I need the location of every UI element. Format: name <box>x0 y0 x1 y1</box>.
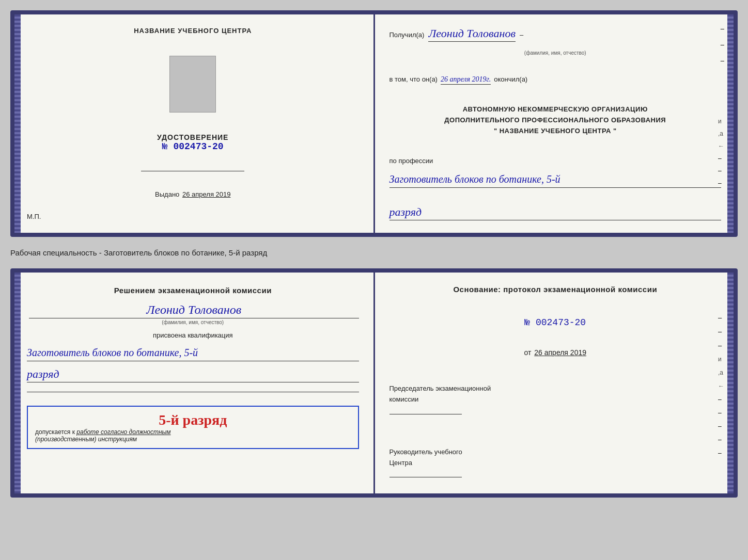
predsedatel-label: Председатель экзаменационной <box>389 383 722 394</box>
bdash-2: – <box>718 328 724 335</box>
bchar-a: ,а <box>718 369 724 376</box>
rukovoditel-signature-line <box>389 468 462 477</box>
right-dashes: – – – <box>721 25 724 65</box>
mp-text: М.П. <box>27 213 41 220</box>
dopuskaetsya-line: допускается к работе согласно должностны… <box>35 428 351 436</box>
recipient-name-top: Леонид Толованов <box>428 27 516 42</box>
instruktsiyam-label: (производственным) инструкциям <box>35 436 351 443</box>
rukovoditel-label: Руководитель учебного <box>389 447 722 458</box>
bdash-5: – <box>718 409 724 417</box>
autocert-block: АВТОНОМНУЮ НЕКОММЕРЧЕСКУЮ ОРГАНИЗАЦИЮ ДО… <box>389 104 722 136</box>
bdash-8: – <box>718 450 724 457</box>
completed-date: 26 апреля 2019г. <box>441 75 491 85</box>
autocert-line3: " НАЗВАНИЕ УЧЕБНОГО ЦЕНТРА " <box>389 126 722 137</box>
osnovanie-title: Основание: протокол экзаменационной коми… <box>389 285 722 294</box>
bottom-right-dashes: – – – и ,а ← – – – – – <box>718 314 724 457</box>
udostoverenie-title: УДОСТОВЕРЕНИЕ <box>157 133 228 141</box>
bdash-1: – <box>718 314 724 322</box>
vydano-label: Выдано <box>155 190 179 198</box>
bdash-7: – <box>718 436 724 443</box>
po-professii-label: по профессии <box>389 157 722 165</box>
resheniem-title: Решением экзаменационной комиссии <box>27 285 359 297</box>
predsedatel-block: Председатель экзаменационной комиссии <box>389 383 722 418</box>
protokol-number: № 002473-20 <box>389 317 722 328</box>
right-edge-chars: и ,а ← – – – <box>718 118 724 187</box>
cert-number-value: 002473-20 <box>173 141 223 152</box>
razryad-bottom: разряд <box>27 367 359 382</box>
protokol-number-value: 002473-20 <box>536 317 586 328</box>
photo-placeholder <box>169 56 216 113</box>
dash-2: – <box>721 41 724 49</box>
poluchil-label: Получил(а) <box>389 31 425 39</box>
char-arrow: ← <box>718 142 724 150</box>
okончил-label: окончил(а) <box>494 75 527 83</box>
char-a: ,а <box>718 130 724 137</box>
top-cert-right: – – – и ,а ← – – – Получил(а) Леонид Тол… <box>375 14 734 233</box>
org-name-title: НАЗВАНИЕ УЧЕБНОГО ЦЕНТРА <box>134 27 252 35</box>
vydano-date: 26 апреля 2019 <box>182 190 231 198</box>
poluchil-line: Получил(а) Леонид Толованов – <box>389 27 722 42</box>
vtom-line: в том, что он(а) 26 апреля 2019г. окончи… <box>389 75 722 85</box>
specialty-line: Рабочая специальность - Заготовитель бло… <box>10 246 738 259</box>
bdash-4: – <box>718 396 724 403</box>
bottom-certificate: Решением экзаменационной комиссии Леонид… <box>10 268 738 498</box>
bottom-cert-left: Решением экзаменационной комиссии Леонид… <box>14 273 375 493</box>
prisvoena-label: присвоена квалификация <box>27 331 359 339</box>
number-prefix: № <box>524 317 530 328</box>
tsentra-label: Центра <box>389 458 722 469</box>
ot-date-line: от 26 апреля 2019 <box>389 348 722 357</box>
ot-date-value: 26 апреля 2019 <box>534 348 586 357</box>
ot-prefix: от <box>524 348 531 357</box>
fio-block-bottom: Леонид Толованов (фамилия, имя, отчество… <box>27 303 359 325</box>
page-wrapper: НАЗВАНИЕ УЧЕБНОГО ЦЕНТРА УДОСТОВЕРЕНИЕ №… <box>10 10 738 498</box>
fio-subtitle-bottom: (фамилия, имя, отчество) <box>27 319 359 325</box>
dash-1: – <box>721 25 724 33</box>
bchar-i: и <box>718 356 724 363</box>
razryad-top: разряд <box>389 205 722 220</box>
rukovoditel-block: Руководитель учебного Центра <box>389 447 722 481</box>
dopuskaetsya-label: допускается к <box>35 428 75 436</box>
rabote-label: работе согласно должностным <box>76 428 170 436</box>
fio-subtitle-top: (фамилия, имя, отчество) <box>389 50 722 56</box>
autocert-line1: АВТОНОМНУЮ НЕКОММЕРЧЕСКУЮ ОРГАНИЗАЦИЮ <box>389 104 722 115</box>
dash-name: – <box>520 31 523 39</box>
bottom-cert-right: – – – и ,а ← – – – – – Основание: проток… <box>375 273 734 493</box>
dash-3: – <box>721 57 724 65</box>
profession-top: Заготовитель блоков по ботанике, 5-й <box>389 172 722 188</box>
vtom-label: в том, что он(а) <box>389 75 438 83</box>
top-cert-left: НАЗВАНИЕ УЧЕБНОГО ЦЕНТРА УДОСТОВЕРЕНИЕ №… <box>14 14 375 233</box>
qualification-bottom: Заготовитель блоков по ботанике, 5-й <box>27 345 359 361</box>
dash-5: – <box>718 167 724 174</box>
komissii-label: комиссии <box>389 394 722 405</box>
recipient-name-bottom: Леонид Толованов <box>29 303 359 318</box>
udostoverenie-block: УДОСТОВЕРЕНИЕ № 002473-20 <box>157 133 228 152</box>
predsedatel-signature-line <box>389 405 462 414</box>
stamp-razryad: 5-й разряд <box>35 412 351 428</box>
dash-6: – <box>718 180 724 187</box>
cert-number-prefix: № <box>162 141 168 152</box>
dash-4: – <box>718 155 724 162</box>
char-i: и <box>718 118 724 125</box>
bdash-6: – <box>718 423 724 430</box>
top-certificate: НАЗВАНИЕ УЧЕБНОГО ЦЕНТРА УДОСТОВЕРЕНИЕ №… <box>10 10 738 237</box>
stamp-box: 5-й разряд допускается к работе согласно… <box>27 406 359 449</box>
bchar-arrow: ← <box>718 382 724 390</box>
vydano-line: Выдано 26 апреля 2019 <box>155 190 230 198</box>
cert-number: № 002473-20 <box>157 141 228 152</box>
bdash-3: – <box>718 342 724 349</box>
autocert-line2: ДОПОЛНИТЕЛЬНОГО ПРОФЕССИОНАЛЬНОГО ОБРАЗО… <box>389 115 722 126</box>
